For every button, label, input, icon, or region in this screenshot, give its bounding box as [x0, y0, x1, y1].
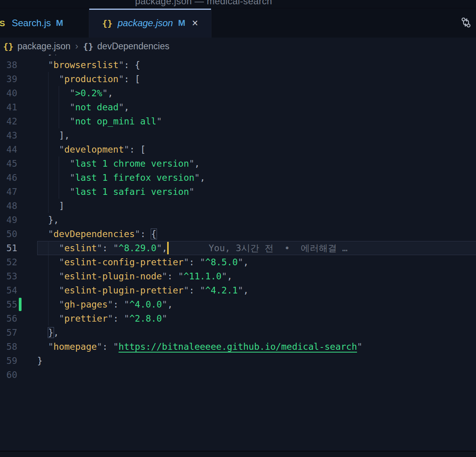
code-text: "eslint-plugin-node": "^11.1.0", — [17, 269, 476, 283]
line-number: 38 — [0, 58, 17, 72]
code-line[interactable]: 49 }, — [0, 213, 476, 227]
code-text: "development": [ — [17, 142, 476, 157]
code-text: ] — [17, 199, 476, 213]
code-line[interactable]: 55 "gh-pages": "^4.0.0", — [0, 297, 476, 311]
code-text: "devDependencies": { — [17, 227, 476, 241]
breadcrumb-label: package.json — [18, 41, 71, 52]
code-text: ">0.2%", — [17, 86, 476, 100]
tab-label: Search.js — [12, 18, 51, 29]
code-line[interactable]: 59} — [0, 354, 476, 368]
line-number: 45 — [0, 157, 17, 171]
code-text: } — [17, 354, 476, 368]
vscode-window: package.json — medical-search JSSearch.j… — [0, 0, 476, 457]
code-line[interactable]: 41 "not dead", — [0, 100, 476, 114]
tab-package-json[interactable]: {}package.jsonM× — [89, 9, 211, 38]
line-number: 56 — [0, 311, 17, 326]
line-number: 41 — [0, 100, 17, 114]
code-text: "homepage": "https://bitnaleeeee.github.… — [17, 340, 476, 354]
code-text: }, — [17, 326, 476, 340]
code-line[interactable]: 52 "eslint-config-prettier": "^8.5.0", — [0, 255, 476, 269]
line-number: 55 — [0, 297, 17, 311]
bracket-match: { — [151, 229, 157, 239]
code-line[interactable]: 54 "eslint-plugin-prettier": "^4.2.1", — [0, 283, 476, 297]
code-line[interactable]: 48 ] — [0, 199, 476, 213]
modified-badge: M — [56, 18, 63, 28]
code-text — [17, 368, 476, 382]
code-text: "prettier": "^2.8.0" — [17, 311, 476, 326]
close-icon[interactable]: × — [192, 18, 198, 29]
breadcrumb-label: devDependencies — [97, 41, 169, 52]
git-blame-annotation: You, 3시간 전 • 에러해결 … — [209, 241, 348, 255]
git-compare-icon[interactable] — [460, 16, 472, 30]
code-text: "last 1 safari version" — [17, 185, 476, 199]
code-text: "last 1 firefox version", — [17, 171, 476, 185]
code-line[interactable]: 42 "not op_mini all" — [0, 114, 476, 128]
line-number: 49 — [0, 213, 17, 227]
code-line[interactable]: 58 "homepage": "https://bitnaleeeee.gith… — [0, 340, 476, 354]
code-line[interactable]: 57 }, — [0, 326, 476, 340]
code-line[interactable]: 39 "production": [ — [0, 72, 476, 86]
code-line[interactable]: 56 "prettier": "^2.8.0" — [0, 311, 476, 326]
code-line[interactable]: 43 ], — [0, 128, 476, 142]
line-number: 44 — [0, 142, 17, 157]
code-line[interactable]: 45 "last 1 chrome version", — [0, 157, 476, 171]
breadcrumb: {}package.json›{}devDependencies — [0, 38, 476, 55]
code-text: "not dead", — [17, 100, 476, 114]
line-number: 39 — [0, 72, 17, 86]
code-text: "eslint-config-prettier": "^8.5.0", — [17, 255, 476, 269]
modified-badge: M — [178, 18, 185, 28]
git-added-gutter-indicator — [19, 298, 22, 311]
code-text: "gh-pages": "^4.0.0", — [17, 297, 476, 311]
tab-label: package.json — [117, 18, 173, 29]
breadcrumb-item-package.json[interactable]: {}package.json — [3, 41, 70, 52]
line-number: 46 — [0, 171, 17, 185]
breadcrumb-item-devDependencies[interactable]: {}devDependencies — [83, 41, 169, 52]
code-line[interactable]: 38 "browserslist": { — [0, 58, 476, 72]
tab-actions — [460, 9, 472, 38]
code-text: "eslint-plugin-prettier": "^4.2.1", — [17, 283, 476, 297]
code-line[interactable]: 50 "devDependencies": { — [0, 227, 476, 241]
code-text: }, — [17, 213, 476, 227]
line-number: 52 — [0, 255, 17, 269]
line-number: 37 — [0, 55, 17, 58]
code-text: "last 1 chrome version", — [17, 157, 476, 171]
tab-search-js[interactable]: JSSearch.jsM — [0, 9, 89, 38]
code-line[interactable]: 37 }, — [0, 55, 476, 58]
code-line[interactable]: 46 "last 1 firefox version", — [0, 171, 476, 185]
line-number: 40 — [0, 86, 17, 100]
text-cursor — [167, 242, 169, 254]
line-number: 47 — [0, 185, 17, 199]
panel-divider — [0, 451, 476, 457]
code-text: }, — [17, 55, 476, 58]
code-lines: 37 },38 "browserslist": {39 "production"… — [0, 55, 476, 382]
code-line[interactable]: 51 "eslint": "^8.29.0",You, 3시간 전 • 에러해결… — [0, 241, 476, 255]
editor-tab-bar: JSSearch.jsM{}package.jsonM× — [0, 8, 476, 38]
code-text: "not op_mini all" — [17, 114, 476, 128]
line-number: 51 — [0, 241, 17, 255]
json-braces-icon: {} — [3, 41, 14, 51]
line-number: 50 — [0, 227, 17, 241]
json-braces-icon: {} — [102, 18, 113, 28]
code-line[interactable]: 47 "last 1 safari version" — [0, 185, 476, 199]
line-number: 57 — [0, 326, 17, 340]
line-number: 54 — [0, 283, 17, 297]
code-text: "browserslist": { — [17, 58, 476, 72]
code-line[interactable]: 60 — [0, 368, 476, 382]
breadcrumb-separator-icon: › — [75, 41, 79, 52]
symbol-object-icon: {} — [83, 41, 94, 51]
window-title-bar: package.json — medical-search — [0, 0, 476, 8]
code-line[interactable]: 40 ">0.2%", — [0, 86, 476, 100]
line-number: 58 — [0, 340, 17, 354]
line-number: 53 — [0, 269, 17, 283]
line-number: 43 — [0, 128, 17, 142]
code-editor[interactable]: 37 },38 "browserslist": {39 "production"… — [0, 55, 476, 451]
window-title: package.json — medical-search — [135, 0, 272, 7]
code-line[interactable]: 44 "development": [ — [0, 142, 476, 157]
line-number: 60 — [0, 368, 17, 382]
line-number: 48 — [0, 199, 17, 213]
js-file-icon: JS — [0, 19, 5, 28]
code-line[interactable]: 53 "eslint-plugin-node": "^11.1.0", — [0, 269, 476, 283]
code-text: "production": [ — [17, 72, 476, 86]
code-text: ], — [17, 128, 476, 142]
bracket-match: } — [48, 327, 54, 338]
